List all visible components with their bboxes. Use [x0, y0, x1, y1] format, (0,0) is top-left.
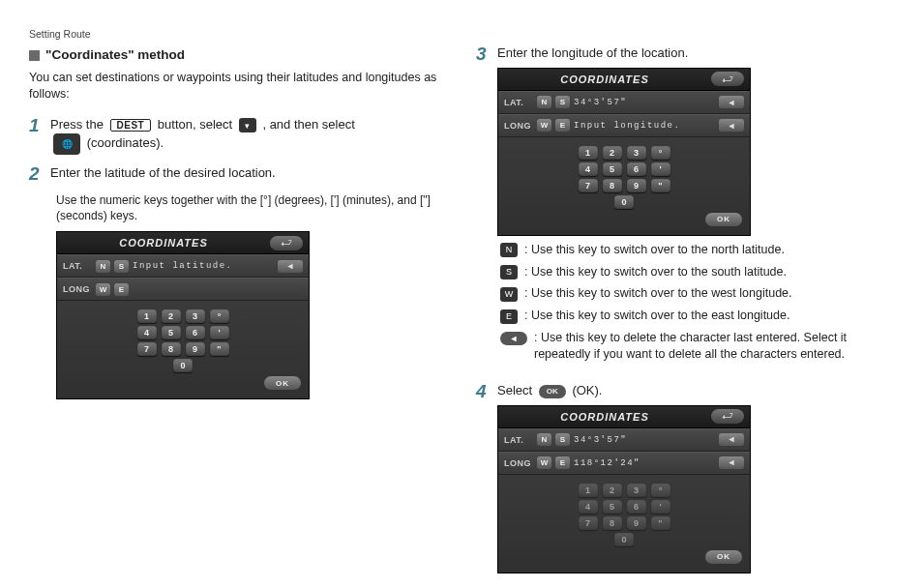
- delete-key[interactable]: ◄: [719, 96, 744, 108]
- keypad-key-8[interactable]: 8: [603, 179, 622, 192]
- keypad-key-9[interactable]: 9: [627, 179, 646, 192]
- keypad-key-6[interactable]: 6: [627, 162, 646, 176]
- delete-key[interactable]: ◄: [719, 456, 744, 469]
- bullet-square-icon: [29, 50, 40, 61]
- screen-title: COORDINATES: [57, 237, 270, 249]
- keypad-key-7[interactable]: 7: [579, 516, 598, 530]
- keypad-key-4[interactable]: 4: [579, 500, 598, 514]
- keypad-key-"[interactable]: ": [651, 516, 670, 530]
- east-key[interactable]: E: [555, 119, 570, 132]
- east-key[interactable]: E: [555, 456, 570, 469]
- keypad-key-5[interactable]: 5: [603, 500, 622, 514]
- intro-text: You can set destinations or waypoints us…: [29, 70, 447, 103]
- left-column: "Coordinates" method You can set destina…: [29, 44, 447, 588]
- keypad-key-4[interactable]: 4: [579, 162, 598, 176]
- two-column-layout: "Coordinates" method You can set destina…: [29, 44, 894, 588]
- legend-key-◄: ◄: [500, 332, 527, 345]
- step-4-text: Select OK (OK).: [497, 382, 894, 399]
- step-2-text: Enter the latitude of the desired locati…: [50, 164, 447, 182]
- keypad-key-1[interactable]: 1: [579, 146, 598, 160]
- back-button[interactable]: ⮐: [711, 72, 744, 86]
- back-button[interactable]: ⮐: [270, 236, 303, 250]
- step-2: 2 Enter the latitude of the desired loca…: [29, 164, 447, 183]
- keypad-key-3[interactable]: 3: [627, 484, 646, 497]
- south-key[interactable]: S: [114, 260, 129, 273]
- keypad-key-0[interactable]: 0: [173, 359, 193, 372]
- keypad-key-4[interactable]: 4: [137, 326, 157, 339]
- keypad-key-3[interactable]: 3: [186, 309, 205, 323]
- key-legend: N: Use this key to switch over to the no…: [497, 242, 894, 363]
- back-button[interactable]: ⮐: [711, 409, 744, 424]
- step-1-text: Press the DEST button, select ▾ , and th…: [50, 116, 447, 155]
- keypad-key-1[interactable]: 1: [137, 309, 157, 323]
- keypad-key-'[interactable]: ': [651, 162, 670, 176]
- keypad-key-2[interactable]: 2: [162, 309, 181, 323]
- delete-key[interactable]: ◄: [278, 260, 303, 273]
- keypad-key-'[interactable]: ': [651, 500, 670, 514]
- device-screen-longitude: COORDINATES ⮐ LAT. N S 34°3'57" ◄ LONG: [497, 68, 751, 236]
- device-screen-latitude: COORDINATES ⮐ LAT. N S Input latitude. ◄…: [56, 231, 310, 399]
- legend-key-E: E: [500, 309, 518, 324]
- ok-button[interactable]: OK: [705, 213, 742, 226]
- keypad-key-5[interactable]: 5: [162, 326, 181, 339]
- north-key[interactable]: N: [537, 96, 551, 108]
- legend-text: : Use this key to switch over to the nor…: [524, 242, 894, 258]
- right-column: 3 Enter the longitude of the location. C…: [476, 44, 894, 588]
- west-key[interactable]: W: [537, 456, 551, 469]
- keypad-key-5[interactable]: 5: [603, 162, 622, 176]
- delete-key[interactable]: ◄: [719, 119, 744, 132]
- breadcrumb: Setting Route: [29, 27, 894, 41]
- keypad-key-2[interactable]: 2: [603, 484, 622, 497]
- section-heading: "Coordinates" method: [29, 46, 447, 64]
- step-number: 1: [29, 116, 50, 155]
- keypad-key-'[interactable]: ': [210, 326, 229, 339]
- east-key[interactable]: E: [114, 283, 129, 296]
- ok-button[interactable]: OK: [264, 376, 301, 390]
- north-key[interactable]: N: [537, 433, 551, 446]
- legend-key-N: N: [500, 243, 518, 257]
- south-key[interactable]: S: [555, 96, 570, 108]
- keypad-key-0[interactable]: 0: [614, 195, 634, 209]
- keypad-key-°[interactable]: °: [651, 484, 670, 497]
- step-number: 4: [476, 382, 497, 579]
- legend-key-W: W: [500, 287, 518, 302]
- west-key[interactable]: W: [96, 283, 110, 296]
- ok-button[interactable]: OK: [705, 550, 742, 564]
- keypad-key-0[interactable]: 0: [614, 533, 634, 546]
- north-key[interactable]: N: [96, 260, 110, 273]
- south-key[interactable]: S: [555, 433, 570, 446]
- keypad-key-6[interactable]: 6: [627, 500, 646, 514]
- keypad: 123°456'789"0OK: [57, 301, 309, 398]
- keypad-key-8[interactable]: 8: [603, 516, 622, 530]
- keypad-key-°[interactable]: °: [651, 146, 670, 160]
- keypad-key-7[interactable]: 7: [137, 342, 157, 356]
- step-4: 4 Select OK (OK). COORDINATES ⮐: [476, 382, 894, 579]
- keypad: 123°456'789"0OK: [498, 137, 750, 235]
- keypad-key-1[interactable]: 1: [579, 484, 598, 497]
- keypad-key-"[interactable]: ": [210, 342, 229, 356]
- keypad-key-8[interactable]: 8: [162, 342, 181, 356]
- keypad-key-7[interactable]: 7: [579, 179, 598, 192]
- keypad-key-2[interactable]: 2: [603, 146, 622, 160]
- keypad-key-9[interactable]: 9: [627, 516, 646, 530]
- menu-chip-icon: ▾: [239, 118, 256, 132]
- keypad-key-9[interactable]: 9: [186, 342, 205, 356]
- legend-text: : Use this key to switch over to the sou…: [524, 264, 894, 280]
- legend-text: : Use this key to switch over to the wes…: [524, 285, 894, 302]
- delete-key[interactable]: ◄: [719, 433, 744, 446]
- device-screen-ok: COORDINATES ⮐ LAT. N S 34°3'57" ◄ LONG: [497, 405, 751, 573]
- west-key[interactable]: W: [537, 119, 551, 132]
- section-title: "Coordinates" method: [45, 46, 185, 64]
- keypad-key-"[interactable]: ": [651, 179, 670, 192]
- long-row: LONG W E: [57, 278, 309, 301]
- step-number: 2: [29, 164, 50, 183]
- ok-pill-icon: OK: [539, 385, 566, 398]
- dest-button-icon: DEST: [110, 119, 152, 132]
- long-value: 118°12'24": [574, 458, 715, 468]
- keypad-key-6[interactable]: 6: [186, 326, 205, 339]
- keypad-key-3[interactable]: 3: [627, 146, 646, 160]
- screen-title: COORDINATES: [498, 74, 711, 85]
- step-number: 3: [476, 44, 497, 372]
- step-3: 3 Enter the longitude of the location. C…: [476, 44, 894, 372]
- keypad-key-°[interactable]: °: [210, 309, 229, 323]
